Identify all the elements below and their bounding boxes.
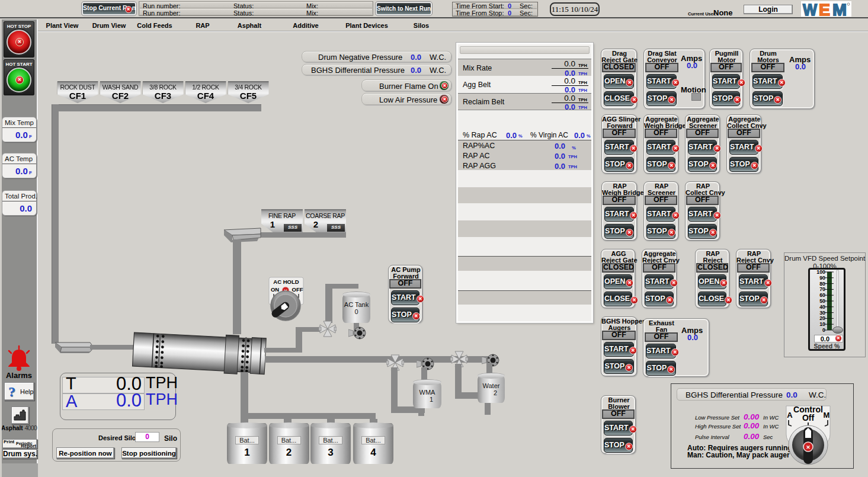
svg-text:80: 80 [819,281,825,287]
svg-text:60: 60 [819,292,825,298]
svg-text:40: 40 [819,304,825,310]
svg-text:0: 0 [822,327,825,333]
svg-text:30: 30 [819,310,825,316]
svg-text:W: W [803,1,817,17]
svg-text:90: 90 [819,275,825,281]
svg-text:A: A [787,411,793,420]
svg-text:50: 50 [819,298,825,304]
svg-text:AC HOLD: AC HOLD [273,278,299,285]
svg-text:✕: ✕ [806,444,811,450]
svg-text:OFF: OFF [292,286,303,293]
svg-text:100: 100 [816,270,825,275]
svg-text:ON: ON [271,286,279,293]
svg-text:70: 70 [819,286,825,292]
svg-text:E: E [819,1,830,17]
svg-text:M: M [824,411,830,420]
svg-text:20: 20 [819,315,825,321]
svg-text:M: M [832,1,847,17]
svg-text:Off: Off [802,413,815,422]
svg-text:10: 10 [819,321,825,327]
